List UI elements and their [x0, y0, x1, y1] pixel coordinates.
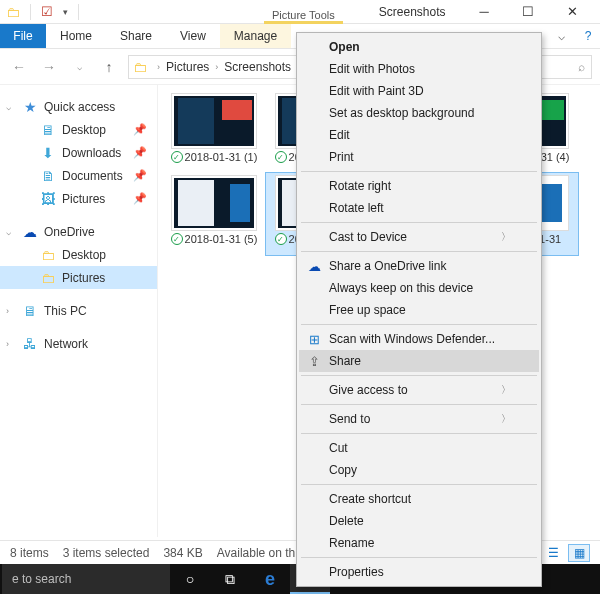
desktop-icon: 🖥 — [40, 122, 56, 138]
file-item[interactable]: ✓2018-01-31 (5) — [162, 173, 266, 255]
sidebar-item-pictures[interactable]: 🖼Pictures📌 — [0, 187, 157, 210]
up-button[interactable]: ↑ — [98, 56, 120, 78]
sidebar-item-desktop[interactable]: 🖥Desktop📌 — [0, 118, 157, 141]
chevron-down-icon[interactable]: ⌵ — [6, 102, 11, 112]
file-item[interactable]: ✓2018-01-31 (1) — [162, 91, 266, 173]
properties-icon[interactable]: ☑ — [41, 4, 53, 19]
star-icon: ★ — [22, 99, 38, 115]
menu-edit-paint3d[interactable]: Edit with Paint 3D — [299, 80, 539, 102]
taskbar-search[interactable]: e to search — [2, 564, 170, 594]
sidebar-item-od-pictures[interactable]: 🗀Pictures — [0, 266, 157, 289]
sync-icon: ✓ — [171, 151, 183, 163]
recent-locations-icon[interactable]: ⌵ — [68, 56, 90, 78]
chevron-right-icon[interactable]: › — [157, 62, 160, 72]
menu-always-keep[interactable]: Always keep on this device — [299, 277, 539, 299]
folder-icon[interactable]: 🗀 — [6, 4, 20, 20]
thumbnail — [171, 93, 257, 149]
download-icon: ⬇ — [40, 145, 56, 161]
back-button[interactable]: ← — [8, 56, 30, 78]
sidebar-item-documents[interactable]: 🗎Documents📌 — [0, 164, 157, 187]
sidebar-item-quick-access[interactable]: ⌵★Quick access — [0, 95, 157, 118]
cortana-icon[interactable]: ○ — [170, 564, 210, 594]
documents-icon: 🗎 — [40, 168, 56, 184]
menu-share[interactable]: ⇪Share — [299, 350, 539, 372]
folder-icon: 🗀 — [133, 59, 147, 75]
view-tab[interactable]: View — [166, 24, 220, 48]
menu-separator — [301, 324, 537, 325]
chevron-right-icon[interactable]: › — [6, 339, 9, 349]
menu-label: Share — [329, 354, 361, 368]
downloads-label: Downloads — [62, 146, 121, 160]
thumbnail — [171, 175, 257, 231]
pin-icon: 📌 — [133, 123, 147, 136]
thumbnails-view-button[interactable]: ▦ — [568, 544, 590, 562]
details-view-button[interactable]: ☰ — [542, 544, 564, 562]
minimize-button[interactable]: ─ — [462, 0, 506, 24]
share-tab[interactable]: Share — [106, 24, 166, 48]
qat-customize-icon[interactable]: ▾ — [63, 7, 68, 17]
menu-send-to[interactable]: Send to〉 — [299, 408, 539, 430]
menu-print[interactable]: Print — [299, 146, 539, 168]
ribbon-expand-icon[interactable]: ⌵ — [546, 24, 576, 48]
navigation-pane: ⌵★Quick access 🖥Desktop📌 ⬇Downloads📌 🗎Do… — [0, 85, 158, 537]
menu-separator — [301, 375, 537, 376]
close-button[interactable]: ✕ — [550, 0, 594, 24]
file-tab[interactable]: File — [0, 24, 46, 48]
sidebar-item-od-desktop[interactable]: 🗀Desktop — [0, 243, 157, 266]
crumb-pictures[interactable]: Pictures — [166, 60, 209, 74]
od-pictures-label: Pictures — [62, 271, 105, 285]
od-desktop-label: Desktop — [62, 248, 106, 262]
desktop-label: Desktop — [62, 123, 106, 137]
menu-open[interactable]: Open — [299, 36, 539, 58]
quick-access-toolbar: 🗀 ☑ ▾ Picture Tools Screenshots ─ ☐ ✕ — [0, 0, 600, 24]
chevron-down-icon[interactable]: ⌵ — [6, 227, 11, 237]
chevron-right-icon[interactable]: › — [215, 62, 218, 72]
sidebar-item-downloads[interactable]: ⬇Downloads📌 — [0, 141, 157, 164]
chevron-right-icon[interactable]: › — [6, 306, 9, 316]
menu-label: Always keep on this device — [329, 281, 473, 295]
forward-button[interactable]: → — [38, 56, 60, 78]
menu-edit-photos[interactable]: Edit with Photos — [299, 58, 539, 80]
file-label: 2018-01-31 (1) — [185, 151, 258, 163]
menu-rename[interactable]: Rename — [299, 532, 539, 554]
menu-rotate-left[interactable]: Rotate left — [299, 197, 539, 219]
menu-label: Cast to Device — [329, 230, 407, 244]
menu-copy[interactable]: Copy — [299, 459, 539, 481]
menu-label: Open — [329, 40, 360, 54]
home-tab[interactable]: Home — [46, 24, 106, 48]
sidebar-item-this-pc[interactable]: ›🖥This PC — [0, 299, 157, 322]
search-hint: e to search — [12, 572, 71, 586]
pin-icon: 📌 — [133, 146, 147, 159]
edge-icon[interactable]: e — [250, 564, 290, 594]
menu-free-up-space[interactable]: Free up space — [299, 299, 539, 321]
maximize-button[interactable]: ☐ — [506, 0, 550, 24]
menu-label: Delete — [329, 514, 364, 528]
menu-separator — [301, 251, 537, 252]
documents-label: Documents — [62, 169, 123, 183]
menu-label: Free up space — [329, 303, 406, 317]
menu-create-shortcut[interactable]: Create shortcut — [299, 488, 539, 510]
help-icon[interactable]: ? — [576, 24, 600, 48]
onedrive-icon: ☁ — [305, 259, 323, 274]
menu-delete[interactable]: Delete — [299, 510, 539, 532]
folder-icon: 🗀 — [40, 247, 56, 263]
menu-properties[interactable]: Properties — [299, 561, 539, 583]
sidebar-item-onedrive[interactable]: ⌵☁OneDrive — [0, 220, 157, 243]
sidebar-item-network[interactable]: ›🖧Network — [0, 332, 157, 355]
qat-separator — [78, 4, 79, 20]
menu-edit[interactable]: Edit — [299, 124, 539, 146]
context-menu: Open Edit with Photos Edit with Paint 3D… — [296, 32, 542, 587]
menu-cast[interactable]: Cast to Device〉 — [299, 226, 539, 248]
shield-icon: ⊞ — [305, 332, 323, 347]
menu-set-background[interactable]: Set as desktop background — [299, 102, 539, 124]
menu-give-access[interactable]: Give access to〉 — [299, 379, 539, 401]
menu-rotate-right[interactable]: Rotate right — [299, 175, 539, 197]
onedrive-icon: ☁ — [22, 224, 38, 240]
manage-tab[interactable]: Manage — [220, 24, 291, 48]
task-view-icon[interactable]: ⧉ — [210, 564, 250, 594]
menu-label: Scan with Windows Defender... — [329, 332, 495, 346]
menu-defender-scan[interactable]: ⊞Scan with Windows Defender... — [299, 328, 539, 350]
menu-cut[interactable]: Cut — [299, 437, 539, 459]
menu-share-onedrive[interactable]: ☁Share a OneDrive link — [299, 255, 539, 277]
crumb-screenshots[interactable]: Screenshots — [224, 60, 291, 74]
